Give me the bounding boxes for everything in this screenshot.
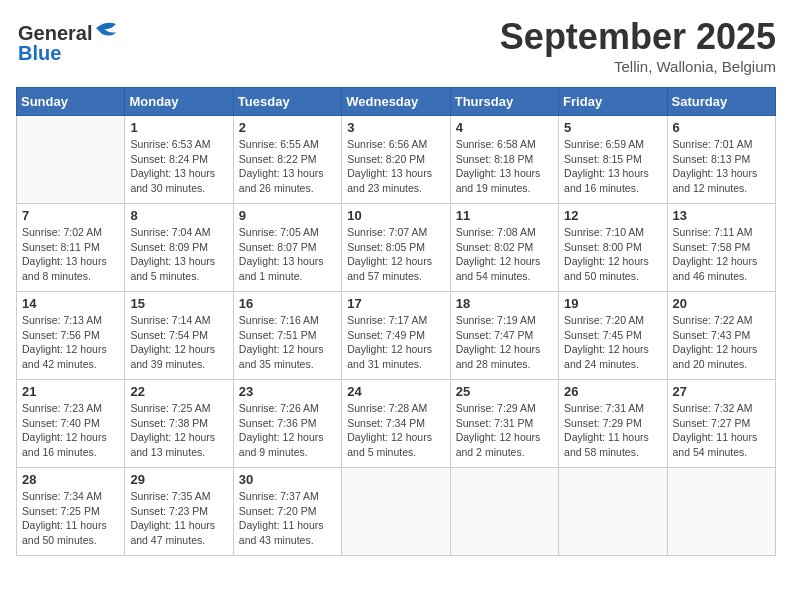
week-row: 1Sunrise: 6:53 AM Sunset: 8:24 PM Daylig… <box>17 116 776 204</box>
calendar-cell: 30Sunrise: 7:37 AM Sunset: 7:20 PM Dayli… <box>233 468 341 556</box>
calendar-cell: 5Sunrise: 6:59 AM Sunset: 8:15 PM Daylig… <box>559 116 667 204</box>
weekday-header: Tuesday <box>233 88 341 116</box>
day-info: Sunrise: 7:14 AM Sunset: 7:54 PM Dayligh… <box>130 313 227 372</box>
svg-text:Blue: Blue <box>18 42 61 64</box>
day-number: 17 <box>347 296 444 311</box>
day-number: 21 <box>22 384 119 399</box>
calendar-cell <box>450 468 558 556</box>
day-number: 9 <box>239 208 336 223</box>
calendar-cell: 11Sunrise: 7:08 AM Sunset: 8:02 PM Dayli… <box>450 204 558 292</box>
day-number: 30 <box>239 472 336 487</box>
day-info: Sunrise: 7:07 AM Sunset: 8:05 PM Dayligh… <box>347 225 444 284</box>
week-row: 21Sunrise: 7:23 AM Sunset: 7:40 PM Dayli… <box>17 380 776 468</box>
day-info: Sunrise: 7:19 AM Sunset: 7:47 PM Dayligh… <box>456 313 553 372</box>
calendar-cell: 27Sunrise: 7:32 AM Sunset: 7:27 PM Dayli… <box>667 380 775 468</box>
weekday-header: Friday <box>559 88 667 116</box>
day-info: Sunrise: 6:59 AM Sunset: 8:15 PM Dayligh… <box>564 137 661 196</box>
day-number: 3 <box>347 120 444 135</box>
day-number: 16 <box>239 296 336 311</box>
calendar-cell <box>667 468 775 556</box>
day-info: Sunrise: 7:04 AM Sunset: 8:09 PM Dayligh… <box>130 225 227 284</box>
calendar-cell: 28Sunrise: 7:34 AM Sunset: 7:25 PM Dayli… <box>17 468 125 556</box>
day-number: 24 <box>347 384 444 399</box>
day-info: Sunrise: 7:37 AM Sunset: 7:20 PM Dayligh… <box>239 489 336 548</box>
calendar-cell: 2Sunrise: 6:55 AM Sunset: 8:22 PM Daylig… <box>233 116 341 204</box>
day-number: 12 <box>564 208 661 223</box>
weekday-header: Wednesday <box>342 88 450 116</box>
day-number: 2 <box>239 120 336 135</box>
day-info: Sunrise: 7:28 AM Sunset: 7:34 PM Dayligh… <box>347 401 444 460</box>
week-row: 14Sunrise: 7:13 AM Sunset: 7:56 PM Dayli… <box>17 292 776 380</box>
month-title: September 2025 <box>500 16 776 58</box>
calendar-cell: 17Sunrise: 7:17 AM Sunset: 7:49 PM Dayli… <box>342 292 450 380</box>
day-number: 10 <box>347 208 444 223</box>
day-info: Sunrise: 7:20 AM Sunset: 7:45 PM Dayligh… <box>564 313 661 372</box>
location-subtitle: Tellin, Wallonia, Belgium <box>500 58 776 75</box>
day-info: Sunrise: 7:32 AM Sunset: 7:27 PM Dayligh… <box>673 401 770 460</box>
calendar-cell: 24Sunrise: 7:28 AM Sunset: 7:34 PM Dayli… <box>342 380 450 468</box>
calendar-cell: 21Sunrise: 7:23 AM Sunset: 7:40 PM Dayli… <box>17 380 125 468</box>
calendar-cell: 9Sunrise: 7:05 AM Sunset: 8:07 PM Daylig… <box>233 204 341 292</box>
day-number: 25 <box>456 384 553 399</box>
day-info: Sunrise: 7:16 AM Sunset: 7:51 PM Dayligh… <box>239 313 336 372</box>
day-info: Sunrise: 6:58 AM Sunset: 8:18 PM Dayligh… <box>456 137 553 196</box>
calendar-cell: 12Sunrise: 7:10 AM Sunset: 8:00 PM Dayli… <box>559 204 667 292</box>
day-number: 28 <box>22 472 119 487</box>
day-info: Sunrise: 7:10 AM Sunset: 8:00 PM Dayligh… <box>564 225 661 284</box>
title-block: September 2025 Tellin, Wallonia, Belgium <box>500 16 776 75</box>
day-number: 23 <box>239 384 336 399</box>
calendar-cell: 7Sunrise: 7:02 AM Sunset: 8:11 PM Daylig… <box>17 204 125 292</box>
weekday-header: Saturday <box>667 88 775 116</box>
day-info: Sunrise: 7:08 AM Sunset: 8:02 PM Dayligh… <box>456 225 553 284</box>
weekday-header: Thursday <box>450 88 558 116</box>
logo: General Blue <box>16 16 126 64</box>
day-number: 22 <box>130 384 227 399</box>
day-number: 20 <box>673 296 770 311</box>
calendar-cell: 20Sunrise: 7:22 AM Sunset: 7:43 PM Dayli… <box>667 292 775 380</box>
day-info: Sunrise: 7:26 AM Sunset: 7:36 PM Dayligh… <box>239 401 336 460</box>
day-info: Sunrise: 7:01 AM Sunset: 8:13 PM Dayligh… <box>673 137 770 196</box>
day-number: 4 <box>456 120 553 135</box>
calendar-cell: 1Sunrise: 6:53 AM Sunset: 8:24 PM Daylig… <box>125 116 233 204</box>
calendar-cell: 6Sunrise: 7:01 AM Sunset: 8:13 PM Daylig… <box>667 116 775 204</box>
day-number: 13 <box>673 208 770 223</box>
calendar-cell: 16Sunrise: 7:16 AM Sunset: 7:51 PM Dayli… <box>233 292 341 380</box>
week-row: 7Sunrise: 7:02 AM Sunset: 8:11 PM Daylig… <box>17 204 776 292</box>
day-number: 7 <box>22 208 119 223</box>
calendar-cell: 22Sunrise: 7:25 AM Sunset: 7:38 PM Dayli… <box>125 380 233 468</box>
calendar-cell: 8Sunrise: 7:04 AM Sunset: 8:09 PM Daylig… <box>125 204 233 292</box>
week-row: 28Sunrise: 7:34 AM Sunset: 7:25 PM Dayli… <box>17 468 776 556</box>
day-info: Sunrise: 7:29 AM Sunset: 7:31 PM Dayligh… <box>456 401 553 460</box>
day-number: 19 <box>564 296 661 311</box>
day-info: Sunrise: 6:55 AM Sunset: 8:22 PM Dayligh… <box>239 137 336 196</box>
calendar-cell: 13Sunrise: 7:11 AM Sunset: 7:58 PM Dayli… <box>667 204 775 292</box>
calendar-cell <box>17 116 125 204</box>
day-number: 26 <box>564 384 661 399</box>
day-number: 6 <box>673 120 770 135</box>
day-number: 15 <box>130 296 227 311</box>
day-info: Sunrise: 6:56 AM Sunset: 8:20 PM Dayligh… <box>347 137 444 196</box>
day-number: 14 <box>22 296 119 311</box>
page-header: General Blue September 2025 Tellin, Wall… <box>16 16 776 75</box>
weekday-header: Sunday <box>17 88 125 116</box>
day-info: Sunrise: 7:34 AM Sunset: 7:25 PM Dayligh… <box>22 489 119 548</box>
day-info: Sunrise: 7:11 AM Sunset: 7:58 PM Dayligh… <box>673 225 770 284</box>
logo-svg: General Blue <box>16 16 126 64</box>
day-info: Sunrise: 7:02 AM Sunset: 8:11 PM Dayligh… <box>22 225 119 284</box>
calendar-cell: 10Sunrise: 7:07 AM Sunset: 8:05 PM Dayli… <box>342 204 450 292</box>
day-number: 5 <box>564 120 661 135</box>
calendar-table: SundayMondayTuesdayWednesdayThursdayFrid… <box>16 87 776 556</box>
day-info: Sunrise: 7:31 AM Sunset: 7:29 PM Dayligh… <box>564 401 661 460</box>
calendar-cell: 14Sunrise: 7:13 AM Sunset: 7:56 PM Dayli… <box>17 292 125 380</box>
day-info: Sunrise: 6:53 AM Sunset: 8:24 PM Dayligh… <box>130 137 227 196</box>
day-number: 1 <box>130 120 227 135</box>
day-info: Sunrise: 7:23 AM Sunset: 7:40 PM Dayligh… <box>22 401 119 460</box>
day-info: Sunrise: 7:22 AM Sunset: 7:43 PM Dayligh… <box>673 313 770 372</box>
day-number: 11 <box>456 208 553 223</box>
calendar-cell: 4Sunrise: 6:58 AM Sunset: 8:18 PM Daylig… <box>450 116 558 204</box>
calendar-cell: 26Sunrise: 7:31 AM Sunset: 7:29 PM Dayli… <box>559 380 667 468</box>
calendar-cell: 23Sunrise: 7:26 AM Sunset: 7:36 PM Dayli… <box>233 380 341 468</box>
calendar-cell: 19Sunrise: 7:20 AM Sunset: 7:45 PM Dayli… <box>559 292 667 380</box>
weekday-header-row: SundayMondayTuesdayWednesdayThursdayFrid… <box>17 88 776 116</box>
weekday-header: Monday <box>125 88 233 116</box>
